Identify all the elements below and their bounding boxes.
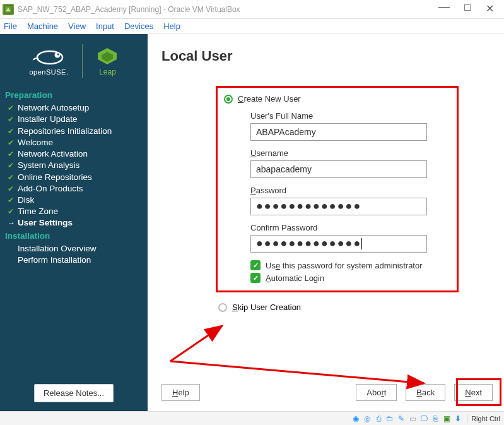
sidebar-item-system-analysis: ✔System Analysis	[8, 160, 143, 171]
password-label: Password	[250, 186, 439, 195]
section-installation: Installation	[5, 230, 143, 242]
sidebar-item-install-overview: Installation Overview	[18, 243, 143, 254]
sb-display-icon[interactable]: ▭	[407, 414, 418, 424]
sb-recording-icon[interactable]: ⎘	[430, 414, 440, 424]
username-label: Username	[250, 148, 439, 158]
check-icon: ✔	[8, 126, 15, 136]
fullname-label: User's Full Name	[250, 111, 439, 121]
abort-button[interactable]: Abort	[356, 384, 397, 401]
sidebar-item-addon-products: ✔Add-On Products	[8, 183, 143, 195]
main-panel: Local User Create New User User's Full N…	[148, 34, 504, 411]
checkbox-checked-icon: ✓	[250, 273, 261, 283]
sidebar-item-network-activation: ✔Network Activation	[8, 148, 143, 160]
confirm-password-input[interactable]: ●●●●●●●●●●●●●	[250, 235, 427, 253]
sb-mouse-icon[interactable]: ⬇	[453, 414, 463, 424]
check-icon: ✔	[8, 195, 15, 205]
radio-create-label: Create New User	[238, 94, 301, 104]
check-icon: ✔	[8, 207, 15, 217]
annotation-highlight-box: Create New User User's Full Name Usernam…	[216, 86, 459, 292]
sidebar-item-time-zone: ✔Time Zone	[8, 206, 143, 217]
radio-unselected-icon	[218, 303, 227, 312]
sb-hdd-icon[interactable]: ◉	[351, 414, 361, 424]
check-icon: ✔	[8, 103, 15, 113]
menu-file[interactable]: File	[4, 21, 17, 31]
leap-logo: Leap	[97, 46, 118, 76]
svg-line-8	[170, 326, 222, 361]
confirm-password-label: Confirm Password	[250, 223, 439, 232]
sb-optical-icon[interactable]: ◎	[362, 414, 372, 424]
radio-skip-label: Skip User Creation	[232, 302, 301, 312]
opensuse-logo: openSUSE.	[30, 47, 69, 76]
menu-devices[interactable]: Devices	[124, 21, 153, 31]
checkbox-autologin-label: Automatic Login	[266, 273, 324, 283]
sidebar-item-welcome: ✔Welcome	[8, 137, 143, 148]
svg-line-9	[170, 361, 424, 383]
titlebar: SAP_NW_752_ABAP_Academy [Running] - Orac…	[0, 0, 504, 19]
sb-audio-icon[interactable]: ✎	[396, 414, 406, 424]
menubar: File Machine View Input Devices Help	[0, 19, 504, 34]
check-icon: ✔	[8, 149, 15, 159]
sidebar-item-online-repos: ✔Online Repositories	[8, 172, 143, 183]
check-icon: ✔	[8, 114, 15, 124]
check-icon: ✔	[8, 138, 15, 148]
sb-usb-icon[interactable]: ⎙	[373, 414, 384, 424]
fullname-input[interactable]	[250, 123, 427, 141]
virtualbox-icon	[3, 4, 14, 15]
back-button[interactable]: Back	[406, 384, 445, 401]
text-cursor	[361, 238, 362, 249]
arrow-icon: →	[8, 218, 15, 228]
leap-label: Leap	[99, 68, 116, 76]
sb-vm-state-icon[interactable]: ▣	[442, 414, 452, 424]
logo-divider	[82, 44, 83, 78]
radio-selected-icon	[224, 95, 233, 104]
menu-input[interactable]: Input	[96, 21, 114, 31]
sidebar: openSUSE. Leap Preparation ✔Network Auto…	[0, 34, 148, 411]
password-input[interactable]: ●●●●●●●●●●●●●	[250, 198, 427, 215]
checkbox-autologin[interactable]: ✓ Automatic Login	[250, 273, 439, 283]
maximize-button[interactable]: ☐	[464, 3, 472, 16]
svg-point-4	[57, 54, 59, 56]
checkbox-sysadmin-label: Use this password for system administrat…	[266, 261, 423, 270]
radio-skip-user[interactable]: Skip User Creation	[218, 302, 493, 312]
sidebar-item-disk: ✔Disk	[8, 195, 143, 206]
close-button[interactable]: ✕	[486, 3, 494, 16]
sidebar-item-installer-update: ✔Installer Update	[8, 114, 143, 125]
sb-network-icon[interactable]: 🖵	[419, 414, 429, 424]
sb-shared-folder-icon[interactable]: 🗀	[385, 414, 395, 424]
statusbar: ◉ ◎ ⎙ 🗀 ✎ ▭ 🖵 ⎘ ▣ ⬇ Right Ctrl	[0, 411, 504, 425]
minimize-button[interactable]: —	[438, 0, 450, 13]
menu-machine[interactable]: Machine	[27, 21, 58, 31]
sidebar-item-network-autosetup: ✔Network Autosetup	[8, 102, 143, 114]
next-button[interactable]: Next	[454, 384, 493, 401]
username-input[interactable]	[250, 160, 427, 178]
release-notes-button[interactable]: Release Notes...	[34, 384, 114, 402]
check-icon: ✔	[8, 184, 15, 194]
sidebar-item-perform-install: Perform Installation	[18, 254, 143, 266]
checkbox-checked-icon: ✓	[250, 260, 261, 270]
menu-view[interactable]: View	[68, 21, 86, 31]
check-icon: ✔	[8, 160, 15, 171]
help-button[interactable]: Help	[161, 384, 200, 401]
check-icon: ✔	[8, 172, 15, 183]
page-title: Local User	[161, 48, 493, 64]
sidebar-item-user-settings: →User Settings	[8, 217, 143, 229]
host-key-label: Right Ctrl	[471, 415, 500, 422]
section-preparation: Preparation	[5, 90, 143, 101]
menu-help[interactable]: Help	[163, 21, 180, 31]
window-title: SAP_NW_752_ABAP_Academy [Running] - Orac…	[18, 5, 438, 14]
sidebar-item-repos-init: ✔Repositories Initialization	[8, 126, 143, 137]
checkbox-sysadmin[interactable]: ✓ Use this password for system administr…	[250, 260, 439, 270]
opensuse-label: openSUSE.	[30, 68, 69, 76]
radio-create-user[interactable]: Create New User	[224, 94, 445, 104]
